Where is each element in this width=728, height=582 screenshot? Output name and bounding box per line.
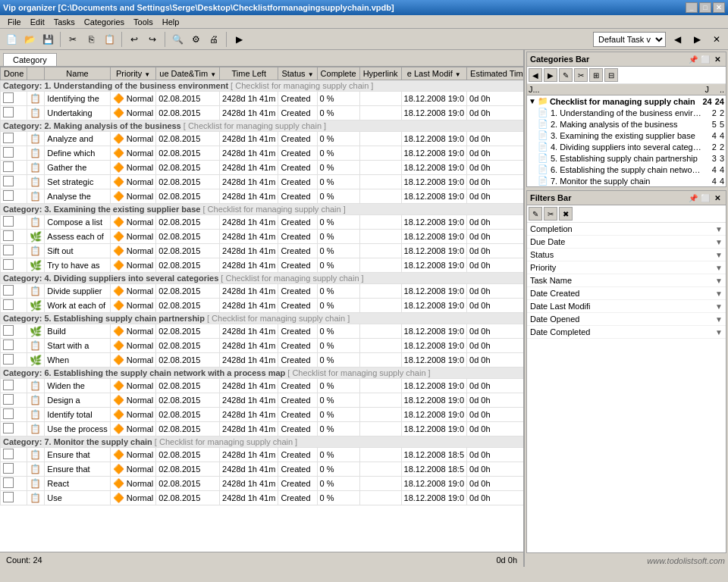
cat-bar-float[interactable]: ⬜ xyxy=(700,54,711,64)
done-checkbox[interactable] xyxy=(1,230,27,244)
col-header-complete[interactable]: Complete xyxy=(317,67,359,80)
checkbox-icon[interactable] xyxy=(3,492,14,502)
table-row[interactable]: 🌿 Build 🔶 Normal 02.08.2015 2428d 1h 41m… xyxy=(1,324,524,339)
minimize-button[interactable]: _ xyxy=(686,2,698,13)
menu-file[interactable]: File xyxy=(3,16,26,28)
task-table-wrapper[interactable]: Done Name Priority ▼ ue Date&Tim ▼ Time … xyxy=(0,67,523,552)
paste-button[interactable]: 📋 xyxy=(101,31,118,48)
done-checkbox[interactable] xyxy=(1,175,27,189)
table-row[interactable]: 📋 Use 🔶 Normal 02.08.2015 2428d 1h 41m C… xyxy=(1,491,524,505)
table-row[interactable]: 📋 Undertaking 🔶 Normal 02.08.2015 2428d … xyxy=(1,106,524,120)
menu-edit[interactable]: Edit xyxy=(26,16,49,28)
task-nav-next[interactable]: ▶ xyxy=(689,31,705,48)
table-row[interactable]: 📋 Gather the 🔶 Normal 02.08.2015 2428d 1… xyxy=(1,161,524,175)
done-checkbox[interactable] xyxy=(1,462,27,477)
checkbox-icon[interactable] xyxy=(3,176,14,186)
checkbox-icon[interactable] xyxy=(3,325,14,336)
col-header-hyperlink[interactable]: Hyperlink xyxy=(359,67,401,80)
done-checkbox[interactable] xyxy=(1,408,27,422)
filter-item[interactable]: Date Opened ▼ xyxy=(527,313,726,326)
col-header-est[interactable]: Estimated Time xyxy=(467,67,523,80)
table-row[interactable]: 🌿 Work at each of 🔶 Normal 02.08.2015 24… xyxy=(1,299,524,313)
filter-item[interactable]: Task Name ▼ xyxy=(527,274,726,287)
filter-item[interactable]: Due Date ▼ xyxy=(527,236,726,249)
table-row[interactable]: 📋 Use the process 🔶 Normal 02.08.2015 24… xyxy=(1,422,524,436)
done-checkbox[interactable] xyxy=(1,422,27,436)
done-checkbox[interactable] xyxy=(1,379,27,393)
done-checkbox[interactable] xyxy=(1,477,27,491)
checkbox-icon[interactable] xyxy=(3,107,14,117)
table-row[interactable]: 📋 React 🔶 Normal 02.08.2015 2428d 1h 41m… xyxy=(1,477,524,491)
checkbox-icon[interactable] xyxy=(3,230,14,241)
tree-child-item[interactable]: 📄 7. Monitor the supply chain 4 4 xyxy=(527,175,726,186)
menu-tools[interactable]: Tools xyxy=(129,16,158,28)
task-select-dropdown[interactable]: Default Task v xyxy=(593,32,666,47)
done-checkbox[interactable] xyxy=(1,244,27,258)
done-checkbox[interactable] xyxy=(1,146,27,161)
tree-child-item[interactable]: 📄 3. Examining the existing supplier bas… xyxy=(527,130,726,141)
done-checkbox[interactable] xyxy=(1,393,27,408)
maximize-button[interactable]: □ xyxy=(699,2,711,13)
category-tab[interactable]: Category xyxy=(3,53,57,66)
filter-bar-close[interactable]: ✕ xyxy=(712,192,723,203)
tree-child-item[interactable]: 📄 4. Dividing suppliers into several cat… xyxy=(527,141,726,152)
filter-remove[interactable]: ✖ xyxy=(559,207,573,221)
col-header-priority[interactable]: Priority ▼ xyxy=(110,67,156,80)
checkbox-icon[interactable] xyxy=(3,463,14,474)
extra-button[interactable]: ▶ xyxy=(231,31,247,48)
table-row[interactable]: 📋 Sift out 🔶 Normal 02.08.2015 2428d 1h … xyxy=(1,244,524,258)
checkbox-icon[interactable] xyxy=(3,299,14,310)
table-row[interactable]: 📋 Compose a list 🔶 Normal 02.08.2015 242… xyxy=(1,215,524,230)
filter-bar-pin[interactable]: 📌 xyxy=(688,192,698,203)
table-row[interactable]: 📋 Identify total 🔶 Normal 02.08.2015 242… xyxy=(1,408,524,422)
cat-tree-remove[interactable]: ⊟ xyxy=(604,68,618,82)
filter-item[interactable]: Completion ▼ xyxy=(527,223,726,236)
table-row[interactable]: 📋 Analyse the 🔶 Normal 02.08.2015 2428d … xyxy=(1,189,524,204)
filter-edit[interactable]: ✎ xyxy=(529,207,542,221)
undo-button[interactable]: ↩ xyxy=(126,31,143,48)
task-nav-extra[interactable]: ✕ xyxy=(708,31,725,48)
filter-button[interactable]: ⚙ xyxy=(187,31,204,48)
done-checkbox[interactable] xyxy=(1,92,27,106)
done-checkbox[interactable] xyxy=(1,258,27,273)
menu-categories[interactable]: Categories xyxy=(80,16,129,28)
tree-root-item[interactable]: ▼ 📁 Checklist for managing supply chain … xyxy=(527,95,726,107)
filter-bar-float[interactable]: ⬜ xyxy=(700,192,711,203)
table-row[interactable]: 📋 Ensure that 🔶 Normal 02.08.2015 2428d … xyxy=(1,462,524,477)
table-row[interactable]: 🌿 Assess each of 🔶 Normal 02.08.2015 242… xyxy=(1,230,524,244)
checkbox-icon[interactable] xyxy=(3,285,14,296)
checkbox-icon[interactable] xyxy=(3,408,14,419)
table-row[interactable]: 📋 Analyze and 🔶 Normal 02.08.2015 2428d … xyxy=(1,132,524,146)
done-checkbox[interactable] xyxy=(1,215,27,230)
cut-button[interactable]: ✂ xyxy=(64,31,81,48)
print-button[interactable]: 🖨 xyxy=(206,31,222,48)
cat-tree-cut[interactable]: ✂ xyxy=(574,68,588,82)
menu-help[interactable]: Help xyxy=(158,16,184,28)
done-checkbox[interactable] xyxy=(1,339,27,353)
tree-child-item[interactable]: 📄 6. Establishing the supply chain netwo… xyxy=(527,164,726,175)
table-row[interactable]: 📋 Design a 🔶 Normal 02.08.2015 2428d 1h … xyxy=(1,393,524,408)
filter-item[interactable]: Status ▼ xyxy=(527,249,726,261)
filter-item[interactable]: Date Last Modifi ▼ xyxy=(527,300,726,313)
checkbox-icon[interactable] xyxy=(3,216,14,227)
done-checkbox[interactable] xyxy=(1,491,27,505)
table-row[interactable]: 📋 Start with a 🔶 Normal 02.08.2015 2428d… xyxy=(1,339,524,353)
checkbox-icon[interactable] xyxy=(3,380,14,390)
col-header-name[interactable]: Name xyxy=(45,67,110,80)
open-button[interactable]: 📂 xyxy=(21,31,38,48)
cat-bar-close[interactable]: ✕ xyxy=(712,54,723,64)
new-button[interactable]: 📄 xyxy=(3,31,20,48)
cat-tree-add[interactable]: ⊞ xyxy=(589,68,603,82)
filter-item[interactable]: Date Completed ▼ xyxy=(527,326,726,339)
checkbox-icon[interactable] xyxy=(3,92,14,103)
col-header-done[interactable]: Done xyxy=(1,67,27,80)
done-checkbox[interactable] xyxy=(1,106,27,120)
checkbox-icon[interactable] xyxy=(3,354,14,365)
done-checkbox[interactable] xyxy=(1,324,27,339)
col-header-time[interactable]: Time Left xyxy=(220,67,278,80)
checkbox-icon[interactable] xyxy=(3,133,14,143)
table-row[interactable]: 📋 Widen the 🔶 Normal 02.08.2015 2428d 1h… xyxy=(1,379,524,393)
filter-cut[interactable]: ✂ xyxy=(544,207,557,221)
filter-item[interactable]: Priority ▼ xyxy=(527,261,726,274)
done-checkbox[interactable] xyxy=(1,189,27,204)
